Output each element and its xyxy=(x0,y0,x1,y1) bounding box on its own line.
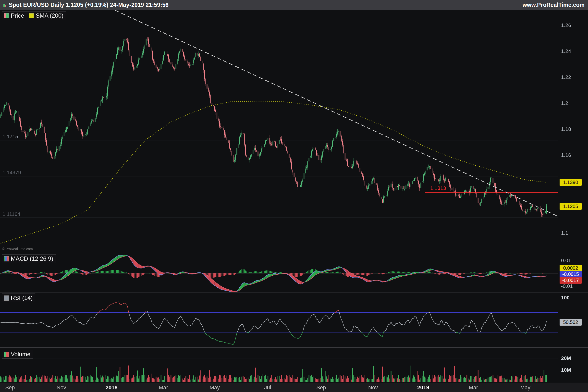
time-axis-label: Mar xyxy=(159,384,168,391)
time-axis[interactable]: SepNov2018MarMayJulSepNov2019MarMay xyxy=(0,383,588,392)
volume-legend-label: Volume xyxy=(11,351,30,358)
time-axis-label: Sep xyxy=(5,384,15,391)
chart-canvas[interactable] xyxy=(0,0,588,392)
site-link: www.ProRealTime.com xyxy=(522,2,584,8)
time-axis-label: May xyxy=(210,384,220,391)
price-legend[interactable]: Price SMA (200) xyxy=(2,11,66,20)
sma-series-icon xyxy=(29,13,34,18)
time-axis-label: Nov xyxy=(56,384,66,391)
sma-legend-item[interactable]: SMA (200) xyxy=(29,12,64,19)
proreal-time-window: Spot EUR/USD Daily 1.1205 (+0.19%) 24-Ma… xyxy=(0,0,588,392)
time-axis-label: Mar xyxy=(469,384,478,391)
rsi-legend[interactable]: RSI (14) xyxy=(2,294,35,302)
price-series-icon xyxy=(4,13,9,18)
time-axis-label: 2019 xyxy=(417,384,429,391)
time-axis-label: Sep xyxy=(316,384,326,391)
rsi-legend-label: RSI (14) xyxy=(11,294,32,301)
macd-series-icon xyxy=(4,256,9,262)
price-legend-label: Price xyxy=(11,12,24,19)
time-axis-label: 2018 xyxy=(106,384,118,391)
price-legend-item[interactable]: Price xyxy=(4,12,24,19)
candlestick-icon xyxy=(4,3,6,7)
time-axis-label: Nov xyxy=(368,384,378,391)
sma-legend-label: SMA (200) xyxy=(36,12,64,19)
rsi-series-icon xyxy=(4,296,9,300)
time-axis-label: May xyxy=(520,384,530,391)
title-bar: Spot EUR/USD Daily 1.1205 (+0.19%) 24-Ma… xyxy=(0,0,588,10)
volume-series-icon xyxy=(4,352,9,357)
price-axis-gutter[interactable] xyxy=(558,10,588,383)
volume-legend[interactable]: Volume xyxy=(2,350,33,359)
time-axis-label: Jul xyxy=(264,384,271,391)
macd-legend-label: MACD (12 26 9) xyxy=(11,255,53,262)
macd-legend[interactable]: MACD (12 26 9) xyxy=(2,254,56,263)
chart-title: Spot EUR/USD Daily 1.1205 (+0.19%) 24-Ma… xyxy=(9,2,168,8)
